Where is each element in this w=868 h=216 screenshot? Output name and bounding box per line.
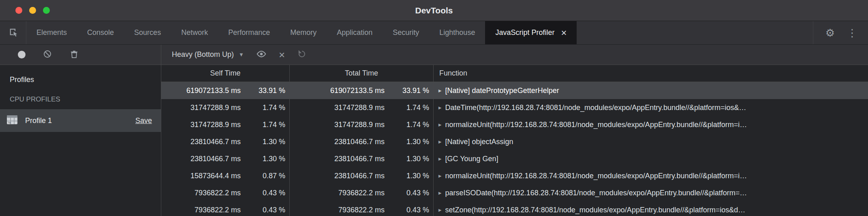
record-button[interactable] [18, 51, 26, 58]
total-time-ms: 31747288.9 ms [290, 121, 385, 129]
self-time-pct: 1.30 % [241, 155, 285, 163]
column-header-self-time[interactable]: Self Time [161, 65, 290, 82]
tab-memory[interactable]: Memory [280, 21, 327, 44]
refresh-icon[interactable] [297, 49, 307, 60]
total-time-cell: 7936822.2 ms 0.43 % [290, 184, 434, 201]
total-time-cell: 23810466.7 ms 1.30 % [290, 167, 434, 184]
profile-view-select[interactable]: Heavy (Bottom Up) ▼ [172, 50, 244, 59]
total-time-cell: 7936822.2 ms 0.43 % [290, 201, 434, 216]
self-time-cell: 7936822.2 ms 0.43 % [161, 184, 290, 201]
table-row[interactable]: 7936822.2 ms 0.43 % 7936822.2 ms 0.43 % … [161, 201, 868, 216]
tab-javascript-profiler[interactable]: JavaScript Profiler × [485, 21, 577, 44]
total-time-cell: 31747288.9 ms 1.74 % [290, 116, 434, 133]
total-time-ms: 7936822.2 ms [290, 206, 385, 214]
tab-sources[interactable]: Sources [124, 21, 171, 44]
expand-arrow-icon[interactable]: ▸ [438, 189, 442, 197]
function-cell: ▸ parseISODate(http://192.168.28.74:8081… [434, 184, 868, 201]
tab-elements[interactable]: Elements [26, 21, 77, 44]
column-header-function[interactable]: Function [434, 65, 868, 82]
window-title: DevTools [0, 6, 868, 15]
expand-arrow-icon[interactable]: ▸ [438, 104, 442, 111]
table-row[interactable]: 31747288.9 ms 1.74 % 31747288.9 ms 1.74 … [161, 116, 868, 133]
total-time-ms: 7936822.2 ms [290, 189, 385, 197]
total-time-ms: 23810466.7 ms [290, 155, 385, 163]
self-time-cell: 23810466.7 ms 1.30 % [161, 150, 290, 167]
tab-application[interactable]: Application [327, 21, 383, 44]
tab-label: Sources [134, 28, 161, 37]
function-name: parseISODate(http://192.168.28.74:8081/n… [445, 189, 747, 197]
macos-traffic-lights [15, 0, 50, 21]
self-time-ms: 15873644.4 ms [161, 172, 241, 180]
tab-console[interactable]: Console [77, 21, 124, 44]
expand-arrow-icon[interactable]: ▸ [438, 87, 442, 94]
total-time-pct: 33.91 % [385, 86, 429, 95]
self-time-ms: 31747288.9 ms [161, 104, 241, 112]
expand-arrow-icon[interactable]: ▸ [438, 138, 442, 145]
minimize-window-button[interactable] [29, 7, 36, 14]
exclude-clear-icon[interactable]: × [279, 50, 285, 60]
expand-arrow-icon[interactable]: ▸ [438, 172, 442, 179]
total-time-ms: 31747288.9 ms [290, 104, 385, 112]
tab-performance[interactable]: Performance [218, 21, 280, 44]
profile-table-icon: % [6, 114, 19, 127]
self-time-pct: 1.30 % [241, 138, 285, 146]
cpu-profiles-section-label: CPU PROFILES [0, 87, 161, 109]
self-time-ms: 619072133.5 ms [161, 86, 241, 95]
function-cell: ▸ normalizeUnit(http://192.168.28.74:808… [434, 116, 868, 133]
total-time-cell: 23810466.7 ms 1.30 % [290, 133, 434, 150]
total-time-cell: 31747288.9 ms 1.74 % [290, 99, 434, 116]
delete-profile-trash-icon[interactable] [69, 49, 79, 60]
function-name: normalizeUnit(http://192.168.28.74:8081/… [445, 121, 747, 129]
close-window-button[interactable] [15, 7, 22, 14]
total-time-pct: 1.74 % [385, 121, 429, 129]
tab-security[interactable]: Security [383, 21, 429, 44]
table-row[interactable]: 31747288.9 ms 1.74 % 31747288.9 ms 1.74 … [161, 99, 868, 116]
table-row[interactable]: 23810466.7 ms 1.30 % 23810466.7 ms 1.30 … [161, 133, 868, 150]
expand-arrow-icon[interactable]: ▸ [438, 155, 442, 162]
more-options-icon[interactable]: ⋮ [847, 28, 857, 38]
profiler-content: Profiles CPU PROFILES % Profile 1 Save S… [0, 65, 868, 216]
tab-lighthouse[interactable]: Lighthouse [429, 21, 485, 44]
function-name: DateTime(http://192.168.28.74:8081/node_… [445, 104, 746, 112]
profiles-heading: Profiles [0, 72, 161, 87]
function-cell: ▸ normalizeUnit(http://192.168.28.74:808… [434, 167, 868, 184]
chevron-down-icon: ▼ [239, 52, 244, 58]
clear-all-profiles-button[interactable] [43, 49, 52, 60]
tab-network[interactable]: Network [171, 21, 218, 44]
self-time-cell: 31747288.9 ms 1.74 % [161, 116, 290, 133]
zoom-window-button[interactable] [43, 7, 50, 14]
profiler-toolbar: Heavy (Bottom Up) ▼ × [0, 45, 868, 65]
self-time-ms: 7936822.2 ms [161, 206, 241, 214]
table-header-row: Self Time Total Time Function [161, 65, 868, 82]
table-row[interactable]: 23810466.7 ms 1.30 % 23810466.7 ms 1.30 … [161, 150, 868, 167]
function-name: [Native] objectAssign [445, 138, 513, 146]
tab-close-icon[interactable]: × [561, 28, 567, 38]
column-header-total-time[interactable]: Total Time [290, 65, 434, 82]
inspect-cursor-icon [8, 26, 19, 39]
table-body: 619072133.5 ms 33.91 % 619072133.5 ms 33… [161, 82, 868, 216]
expand-arrow-icon[interactable]: ▸ [438, 121, 442, 128]
total-time-pct: 1.30 % [385, 155, 429, 163]
settings-gear-icon[interactable]: ⚙ [825, 28, 835, 38]
self-time-ms: 7936822.2 ms [161, 189, 241, 197]
tab-label: Lighthouse [439, 28, 475, 37]
self-time-cell: 7936822.2 ms 0.43 % [161, 201, 290, 216]
profiler-record-controls [0, 45, 161, 65]
sidebar-item-profile-1[interactable]: % Profile 1 Save [0, 109, 161, 132]
total-time-pct: 0.43 % [385, 206, 429, 214]
function-cell: ▸ [Native] objectAssign [434, 133, 868, 150]
tab-label: Application [337, 28, 372, 37]
profiles-sidebar: Profiles CPU PROFILES % Profile 1 Save [0, 65, 161, 216]
expand-arrow-icon[interactable]: ▸ [438, 206, 442, 214]
self-time-ms: 23810466.7 ms [161, 155, 241, 163]
self-time-pct: 1.74 % [241, 121, 285, 129]
table-row[interactable]: 7936822.2 ms 0.43 % 7936822.2 ms 0.43 % … [161, 184, 868, 201]
inspect-element-button[interactable] [0, 21, 26, 44]
total-time-pct: 1.30 % [385, 172, 429, 180]
total-time-cell: 23810466.7 ms 1.30 % [290, 150, 434, 167]
tab-label: Console [87, 28, 114, 37]
table-row[interactable]: 15873644.4 ms 0.87 % 23810466.7 ms 1.30 … [161, 167, 868, 184]
save-profile-link[interactable]: Save [135, 117, 152, 125]
table-row[interactable]: 619072133.5 ms 33.91 % 619072133.5 ms 33… [161, 82, 868, 99]
focus-eye-icon[interactable] [256, 49, 267, 61]
